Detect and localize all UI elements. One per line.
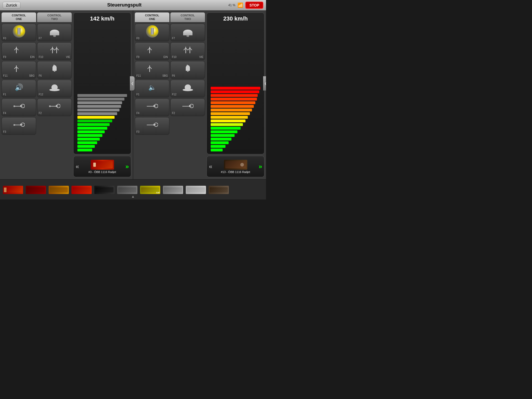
f6-icon-right — [183, 64, 192, 74]
f4-icon — [13, 102, 25, 110]
bar-l-12 — [77, 134, 102, 137]
f1-icon: 🔊 — [15, 83, 23, 91]
speed-meter-right[interactable]: 230 km/h — [207, 12, 264, 154]
bar-r-4 — [211, 98, 257, 101]
f4-button-right[interactable]: F4 — [135, 98, 169, 116]
speed-bars-left — [77, 24, 127, 151]
f2-label-left: F2 — [39, 112, 42, 115]
thumb-train-4[interactable] — [71, 186, 92, 194]
speed-value-right: 230 km/h — [211, 15, 260, 22]
svg-point-37 — [185, 84, 191, 90]
f12-label-left: F12 — [39, 93, 43, 96]
train-name-right: #13 - ÖBB 1116 Railjet — [221, 170, 250, 174]
f9-label2-left: EIN — [30, 56, 35, 58]
f10-label-left: F10 — [39, 56, 43, 58]
svg-rect-13 — [54, 65, 55, 66]
thumb-train-7[interactable]: CAT — [140, 186, 161, 194]
thumb-train-1[interactable] — [3, 186, 23, 194]
bar-l-14 — [77, 141, 97, 144]
bottom-thumbnail-bar: CAT ▲ — [0, 179, 266, 200]
bar-r-16 — [211, 141, 229, 144]
f4-button-left[interactable]: F4 — [2, 98, 36, 116]
train-prev-left[interactable]: « — [76, 163, 79, 170]
train-selector-left: « #3 - ÖBB 1116 Railjet » — [73, 156, 131, 177]
f9-label-right: F9 — [136, 56, 139, 58]
bar-l-3 — [77, 101, 122, 104]
train-prev-right[interactable]: « — [209, 163, 212, 170]
thumb-train-8[interactable] — [163, 186, 183, 194]
tab-control-two-left[interactable]: CONTROLTWO — [37, 12, 72, 22]
bar-r-11 — [211, 123, 243, 126]
thumb-train-9[interactable] — [185, 186, 206, 194]
bar-r-3 — [211, 94, 258, 97]
thumb-train-3[interactable] — [48, 186, 69, 194]
tab-control-two-right[interactable]: CONTROLTWO — [170, 12, 205, 22]
thumb-train-10[interactable] — [208, 186, 229, 194]
f4-label-right: F4 — [136, 112, 139, 115]
thumb-train-6[interactable] — [117, 186, 138, 194]
speed-meter-left[interactable]: 142 km/h — [73, 12, 131, 154]
bar-r-6 — [211, 105, 254, 108]
train-next-left[interactable]: » — [125, 163, 129, 170]
bottom-arrow-up[interactable]: ▲ — [131, 194, 135, 198]
speed-handle-right[interactable]: ❮ — [263, 76, 266, 91]
bar-r-1 — [211, 87, 260, 90]
f1-label-right: F1 — [136, 93, 139, 96]
stop-button[interactable]: STOP — [245, 2, 263, 9]
f11-button-left[interactable]: F11 SBG — [2, 61, 36, 79]
bar-l-16 — [77, 149, 92, 151]
f2-button-right[interactable]: F2 — [170, 98, 205, 116]
f10-label2-right: VIE — [199, 56, 203, 58]
f7-button-right[interactable]: F7 — [170, 24, 205, 41]
f3-button-right[interactable]: F3 — [135, 117, 169, 135]
right-speed-panel-right: 230 km/h — [207, 12, 264, 177]
f2-button-left[interactable]: F2 — [37, 98, 72, 116]
f4-icon-right — [146, 102, 158, 110]
f2-icon-right — [182, 102, 194, 110]
f6-button-right[interactable]: F6 — [170, 61, 205, 79]
tab-control-one-left[interactable]: CONTROLONE — [2, 12, 36, 22]
signal-icon: 📶 — [237, 2, 243, 8]
f0-button-right[interactable]: F0 — [135, 24, 169, 41]
f9-button-right[interactable]: F9 EIN — [135, 42, 169, 60]
train-image-left — [91, 160, 114, 170]
f1-button-left[interactable]: 🔊 F1 — [2, 80, 36, 97]
svg-rect-19 — [49, 105, 51, 107]
f10-button-left[interactable]: F10 VIE — [37, 42, 72, 60]
f12-button-right[interactable]: F12 — [170, 80, 205, 97]
bar-r-2 — [211, 90, 259, 93]
tab-control-one-right[interactable]: CONTROLONE — [135, 12, 169, 22]
bar-l-2 — [77, 98, 124, 101]
back-button[interactable]: Zurück — [3, 2, 21, 9]
svg-rect-17 — [14, 105, 15, 107]
speed-handle-left[interactable]: ❮ — [130, 76, 135, 91]
f9-button-left[interactable]: F9 EIN — [2, 42, 36, 60]
f10-button-right[interactable]: F10 VIE — [170, 42, 205, 60]
top-right-area: 41 % 📶 STOP — [228, 2, 263, 9]
top-bar: Zurück Steuerungspult 41 % 📶 STOP — [0, 0, 266, 10]
func-grid-right: F0 F7 — [135, 24, 205, 135]
f0-button-left[interactable]: F0 — [2, 24, 36, 41]
bar-r-5 — [211, 101, 255, 104]
bar-r-14 — [211, 134, 235, 137]
f3-icon — [13, 121, 25, 129]
bar-l-9 — [77, 123, 110, 126]
f3-button-left[interactable]: F3 — [2, 117, 36, 135]
bar-l-8 — [77, 119, 112, 122]
f6-button-left[interactable]: F6 — [37, 61, 72, 79]
f7-button-left[interactable]: F7 — [37, 24, 72, 41]
controller-right: CONTROLONE CONTROLTWO F0 — [133, 10, 266, 179]
f11-label-right: F11 — [136, 74, 141, 77]
f1-button-right[interactable]: 🔈 F1 — [135, 80, 169, 97]
bar-r-10 — [211, 119, 245, 122]
f11-button-right[interactable]: F11 SBG — [135, 61, 169, 79]
f0-label-right: F0 — [136, 37, 139, 40]
f11-icon — [14, 64, 24, 73]
right-func-panel: CONTROLONE CONTROLTWO F0 — [135, 12, 205, 177]
train-next-right[interactable]: » — [259, 163, 262, 170]
thumb-train-2[interactable] — [25, 186, 46, 194]
f1-label-left: F1 — [3, 93, 6, 96]
f12-button-left[interactable]: F12 — [37, 80, 72, 97]
thumb-train-5[interactable] — [94, 186, 115, 194]
train-display-left: #3 - ÖBB 1116 Railjet — [81, 160, 124, 174]
